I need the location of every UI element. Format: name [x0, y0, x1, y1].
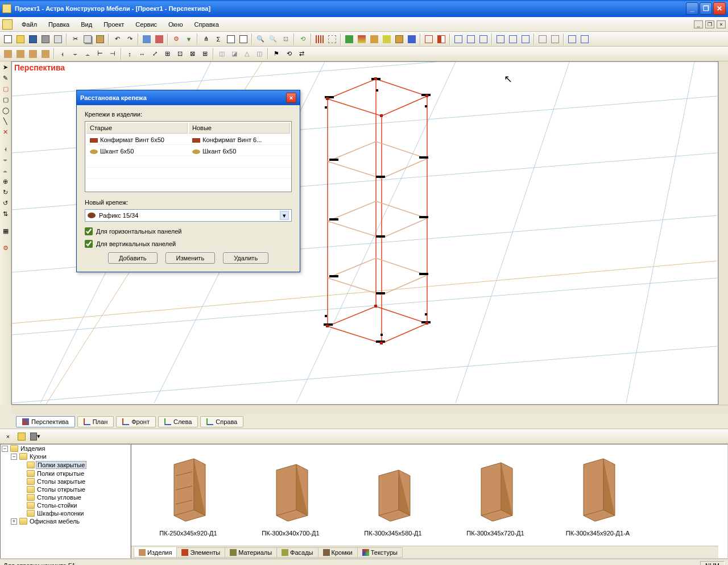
- dim-icon[interactable]: ⊠: [187, 48, 198, 60]
- sum-icon[interactable]: Σ: [213, 34, 224, 45]
- tree-panel[interactable]: −Изделия −Кухни Полки закрытые Полки отк…: [0, 444, 131, 559]
- menu-help[interactable]: Справка: [189, 19, 225, 30]
- tool-icon[interactable]: [537, 34, 548, 45]
- undo-icon[interactable]: ↶: [111, 34, 123, 45]
- tool-icon[interactable]: [566, 34, 578, 45]
- change-button[interactable]: Изменить: [166, 252, 216, 264]
- close-panel-icon[interactable]: ×: [2, 431, 14, 442]
- 3d-icon[interactable]: ◫: [254, 48, 265, 60]
- catalog-item[interactable]: ПК-300х345х720-Д1: [456, 456, 535, 537]
- grid-icon[interactable]: [314, 34, 325, 45]
- align-icon[interactable]: ⫞: [57, 48, 68, 60]
- color-icon[interactable]: [369, 34, 380, 45]
- 3d-icon[interactable]: ◫: [216, 48, 228, 60]
- flip-icon[interactable]: ⇄: [296, 48, 307, 60]
- maximize-button[interactable]: ❐: [700, 2, 712, 15]
- tool-icon[interactable]: ↻: [1, 188, 10, 197]
- tree-item[interactable]: Столы открытые: [1, 485, 130, 493]
- tab-plan[interactable]: План: [77, 416, 114, 427]
- catalog-item[interactable]: ПК-300х345х580-Д1: [353, 456, 433, 537]
- table-row[interactable]: Конфирмат Винт 6x50Конфирмат Винт 6...: [86, 135, 290, 145]
- cat-tab-elements[interactable]: Элементы: [176, 547, 225, 558]
- zoom-in-icon[interactable]: 🔍: [255, 34, 266, 45]
- layout-icon[interactable]: [478, 34, 489, 45]
- tool-icon[interactable]: [406, 34, 417, 45]
- select-icon[interactable]: ➤: [1, 63, 10, 72]
- col-old[interactable]: Старые: [86, 123, 188, 134]
- menu-edit[interactable]: Правка: [43, 19, 75, 30]
- cat-tab-facades[interactable]: Фасады: [276, 547, 318, 558]
- dim-icon[interactable]: ⊞: [162, 48, 173, 60]
- tree-kitchens[interactable]: −Кухни: [1, 452, 130, 460]
- tree-item[interactable]: Полки открытые: [1, 470, 130, 477]
- tool-icon[interactable]: ✎: [1, 73, 10, 82]
- tree-root[interactable]: −Изделия: [1, 444, 130, 452]
- dim-icon[interactable]: ⊡: [174, 48, 185, 60]
- close-button[interactable]: ✕: [713, 2, 726, 15]
- tool-icon[interactable]: ⇅: [1, 209, 10, 218]
- color-icon[interactable]: [394, 34, 405, 45]
- menu-file[interactable]: Файл: [16, 19, 43, 30]
- layout-icon[interactable]: [495, 34, 506, 45]
- layout-icon[interactable]: [507, 34, 519, 45]
- catalog-item[interactable]: ПК-300х340х700-Д1: [251, 456, 330, 537]
- tab-right[interactable]: Справа: [200, 416, 243, 427]
- tool-icon[interactable]: [141, 34, 152, 45]
- tool-icon[interactable]: ▢: [1, 84, 10, 93]
- tree-icon[interactable]: ⋔: [200, 34, 212, 45]
- zoom-fit-icon[interactable]: ⊡: [280, 34, 291, 45]
- view-mode-icon[interactable]: ▾: [30, 431, 41, 442]
- table-icon[interactable]: [225, 34, 237, 45]
- dialog-close-button[interactable]: ×: [286, 93, 296, 103]
- cat-tab-materials[interactable]: Материалы: [225, 547, 277, 558]
- flag-icon[interactable]: ⚑: [271, 48, 282, 60]
- tool-icon[interactable]: ▢: [1, 95, 10, 104]
- paste-icon[interactable]: [94, 34, 106, 45]
- tree-office[interactable]: +Офисная мебель: [1, 517, 130, 525]
- align-icon[interactable]: ⫟: [69, 48, 81, 60]
- tool-icon[interactable]: [2, 48, 14, 60]
- view-icon[interactable]: ⟲: [297, 34, 308, 45]
- tab-perspective[interactable]: Перспектива: [16, 416, 75, 427]
- catalog-item[interactable]: ПК-250х345х920-Д1: [148, 456, 228, 537]
- minimize-button[interactable]: _: [686, 2, 698, 15]
- menu-service[interactable]: Сервис: [130, 19, 163, 30]
- new-fastener-select[interactable]: Рафикс 15/34 ▾: [85, 209, 292, 222]
- check-horizontal[interactable]: Для горизонтальных панелей: [85, 227, 292, 235]
- cut-icon[interactable]: ✂: [69, 34, 81, 45]
- save-icon[interactable]: [27, 34, 39, 45]
- tree-item[interactable]: Полки закрытые: [1, 460, 130, 470]
- dim-icon[interactable]: ↕: [124, 48, 135, 60]
- tree-item[interactable]: Столы-стойки: [1, 501, 130, 509]
- tool-icon[interactable]: ↺: [1, 198, 10, 207]
- layout-icon[interactable]: [465, 34, 477, 45]
- tool-icon[interactable]: ⫠: [1, 166, 10, 175]
- delete-button[interactable]: Удалить: [223, 252, 268, 264]
- cat-tab-products[interactable]: Изделия: [134, 547, 177, 558]
- print-preview-icon[interactable]: [52, 34, 64, 45]
- tool-icon[interactable]: [40, 48, 51, 60]
- tool-icon[interactable]: ⫟: [1, 155, 10, 164]
- print-icon[interactable]: [40, 34, 51, 45]
- dialog-title-bar[interactable]: Расстановка крепежа ×: [77, 90, 300, 105]
- fastener-icon[interactable]: ⚙: [171, 34, 182, 45]
- color-icon[interactable]: [344, 34, 355, 45]
- tool-icon[interactable]: [154, 34, 165, 45]
- mdi-restore[interactable]: ❐: [705, 20, 714, 28]
- 3d-icon[interactable]: ◪: [229, 48, 240, 60]
- dim-icon[interactable]: ↔: [136, 48, 148, 60]
- tool-icon[interactable]: ◯: [1, 106, 10, 115]
- add-button[interactable]: Добавить: [108, 252, 158, 264]
- align-icon[interactable]: ⫠: [82, 48, 93, 60]
- col-new[interactable]: Новые: [189, 123, 290, 134]
- tab-left[interactable]: Слева: [158, 416, 198, 427]
- tool-icon[interactable]: [579, 34, 590, 45]
- tool-icon[interactable]: ▦: [1, 226, 10, 235]
- check-vertical[interactable]: Для вертикальных панелей: [85, 240, 292, 248]
- catalog-panel[interactable]: ПК-250х345х920-Д1 ПК-300х340х700-Д1 ПК-3…: [131, 444, 728, 559]
- tool-icon[interactable]: ⚙: [1, 243, 10, 252]
- catalog-item[interactable]: ПК-300х345х920-Д1-А: [558, 456, 638, 537]
- tool-icon[interactable]: ⫞: [1, 144, 10, 153]
- new-file-icon[interactable]: [2, 34, 14, 45]
- align-icon[interactable]: ⊣: [107, 48, 118, 60]
